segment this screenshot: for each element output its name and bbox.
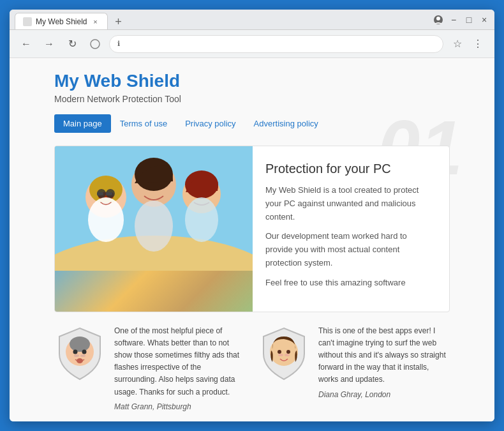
page-content: 01 My Web Shield Modern Network Protecti… (10, 58, 494, 421)
bookmark-star-button[interactable]: ☆ (448, 35, 466, 53)
testimonial-2: This is one of the best apps ever! I can… (258, 325, 450, 411)
hero-title: Protection for your PC (265, 162, 436, 176)
testimonial-1-author: Matt Grann, Pittsburgh (114, 402, 246, 411)
testimonial-2-avatar (258, 325, 309, 382)
testimonial-1-quote: One of the most helpful piece of softwar… (114, 325, 246, 398)
close-button[interactable]: × (479, 15, 489, 25)
hero-desc1: My Web Shield is a tool created to prote… (265, 184, 436, 223)
hero-desc2: Our development team worked hard to prov… (265, 230, 436, 269)
svg-point-27 (278, 350, 281, 354)
svg-point-23 (74, 354, 79, 357)
svg-point-15 (135, 200, 173, 252)
svg-rect-10 (97, 192, 103, 195)
svg-point-2 (91, 40, 100, 49)
hero-desc3: Feel free to use this amazing software (265, 276, 436, 290)
refresh-button[interactable]: ↻ (63, 35, 81, 53)
svg-point-21 (73, 349, 78, 354)
home-button[interactable] (86, 35, 104, 53)
window-controls: − □ × (433, 15, 489, 25)
testimonial-1: One of the most helpful piece of softwar… (54, 325, 246, 411)
svg-point-18 (185, 197, 218, 242)
tab-area: My Web Shield × + (15, 10, 428, 29)
svg-point-20 (70, 336, 90, 352)
svg-point-29 (278, 354, 283, 356)
testimonial-2-author: Diana Ghray, London (318, 390, 450, 399)
tab-close-button[interactable]: × (91, 17, 100, 26)
svg-point-30 (285, 354, 290, 356)
forward-button[interactable]: → (40, 35, 58, 53)
address-lock-icon: ℹ (117, 40, 120, 48)
nav-end-buttons: ☆ ⋮ (448, 35, 487, 53)
back-button[interactable]: ← (17, 35, 35, 53)
nav-terms[interactable]: Terms of use (111, 114, 176, 133)
minimize-button[interactable]: − (448, 15, 459, 25)
tab-title: My Web Shield (36, 17, 87, 26)
nav-privacy[interactable]: Privacy policy (176, 114, 244, 133)
testimonial-1-text: One of the most helpful piece of softwar… (114, 325, 246, 411)
testimonials: One of the most helpful piece of softwar… (54, 325, 450, 411)
site-nav: Main page Terms of use Privacy policy Ad… (54, 114, 450, 133)
svg-point-24 (80, 354, 85, 357)
nav-bar: ← → ↻ ℹ ☆ ⋮ (10, 30, 494, 58)
svg-point-28 (286, 350, 290, 354)
main-card: Protection for your PC My Web Shield is … (54, 146, 450, 312)
testimonial-2-quote: This is one of the best apps ever! I can… (318, 325, 450, 386)
browser-menu-button[interactable]: ⋮ (469, 35, 487, 53)
hero-text: Protection for your PC My Web Shield is … (253, 146, 449, 312)
svg-point-1 (436, 17, 440, 20)
svg-point-25 (77, 358, 83, 363)
new-tab-button[interactable]: + (110, 14, 126, 29)
svg-rect-11 (106, 192, 112, 195)
title-bar: My Web Shield × + − □ × (10, 10, 494, 30)
address-bar[interactable]: ℹ (109, 35, 443, 53)
tab-favicon (23, 17, 32, 26)
nav-advertising[interactable]: Advertising policy (245, 114, 327, 133)
browser-window: My Web Shield × + − □ × ← → ↻ ℹ ☆ ⋮ (10, 10, 494, 421)
profile-icon[interactable] (433, 15, 443, 25)
maximize-button[interactable]: □ (464, 15, 474, 25)
browser-tab[interactable]: My Web Shield × (15, 13, 108, 29)
nav-main-page[interactable]: Main page (54, 114, 111, 133)
testimonial-2-text: This is one of the best apps ever! I can… (318, 325, 450, 399)
hero-image (55, 146, 253, 312)
site-title: My Web Shield (54, 71, 450, 91)
site-subtitle: Modern Network Protection Tool (54, 94, 450, 104)
svg-point-22 (82, 349, 87, 354)
testimonial-1-avatar (54, 325, 105, 382)
svg-point-12 (88, 197, 124, 242)
page-inner: 01 My Web Shield Modern Network Protecti… (35, 58, 469, 421)
